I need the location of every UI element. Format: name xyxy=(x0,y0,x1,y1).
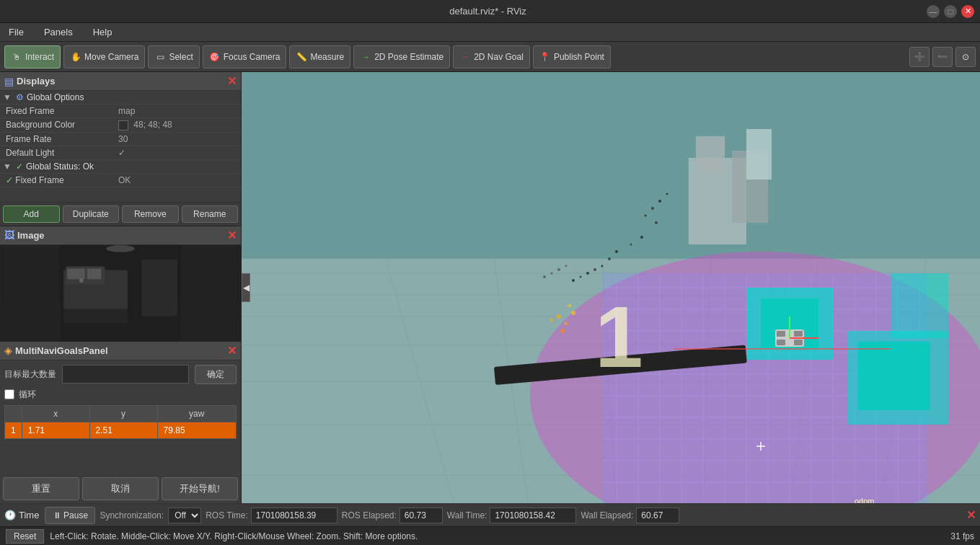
add-button[interactable]: Add xyxy=(3,205,60,223)
rename-button[interactable]: Rename xyxy=(182,205,239,223)
reset-button[interactable]: 重置 xyxy=(3,477,79,500)
image-panel-close[interactable]: ✕ xyxy=(227,229,237,242)
svg-point-87 xyxy=(560,329,565,333)
navi-panel: ◈ MultiNaviGoalsPanel ✕ 目标最大数量 确定 循环 xyxy=(0,341,241,503)
global-status-item[interactable]: ▼ ✓ Global Status: Ok xyxy=(0,160,241,174)
frame-rate-row[interactable]: Frame Rate 30 xyxy=(0,133,241,146)
fit-view-button[interactable]: ⊙ xyxy=(955,47,976,67)
svg-rect-3 xyxy=(181,245,238,341)
svg-point-77 xyxy=(580,276,582,278)
panel-collapse-arrow[interactable]: ◀ xyxy=(242,273,250,302)
default-light-row[interactable]: Default Light ✓ xyxy=(0,146,241,160)
move-camera-icon: ✋ xyxy=(70,51,81,63)
status-reset-button[interactable]: Reset xyxy=(6,529,44,544)
fixed-frame-status-label: ✓ Fixed Frame xyxy=(3,175,118,185)
sync-select[interactable]: Off xyxy=(168,508,201,523)
loop-label: 循环 xyxy=(19,389,36,401)
displays-panel-close[interactable]: ✕ xyxy=(227,74,237,88)
wall-elapsed-value: 60.67 xyxy=(636,508,679,523)
fixed-frame-status-value: OK xyxy=(118,175,238,185)
loop-row: 循环 xyxy=(4,389,237,401)
menu-help[interactable]: Help xyxy=(89,25,117,39)
main-content: ▤ Displays ✕ ▼ ⚙ Global Options Fixed Fr… xyxy=(0,72,980,503)
svg-rect-64 xyxy=(746,129,772,180)
maximize-button[interactable]: □ xyxy=(944,5,957,18)
svg-point-78 xyxy=(572,279,575,282)
window-title: default.rviz* - RViz xyxy=(49,6,927,17)
global-options-item[interactable]: ▼ ⚙ Global Options xyxy=(0,91,241,105)
pose-estimate-button[interactable]: → 2D Pose Estimate xyxy=(353,45,450,68)
fixed-frame-value: map xyxy=(118,106,238,116)
focus-camera-icon: 🎯 xyxy=(209,51,221,63)
pose-estimate-label: 2D Pose Estimate xyxy=(374,52,443,62)
focus-camera-button[interactable]: 🎯 Focus Camera xyxy=(203,45,287,68)
navi-content: 目标最大数量 确定 循环 x xyxy=(0,360,241,474)
navi-panel-close[interactable]: ✕ xyxy=(227,344,237,358)
remove-button[interactable]: Remove xyxy=(122,205,179,223)
fixed-frame-status-check-icon: ✓ xyxy=(6,175,13,185)
displays-panel-icon: ▤ xyxy=(4,76,14,87)
svg-rect-2 xyxy=(3,245,60,341)
svg-point-69 xyxy=(655,221,658,224)
default-light-label: Default Light xyxy=(3,148,118,158)
global-status-expand-icon[interactable]: ▼ xyxy=(3,161,13,172)
3d-view[interactable]: 1 odom map xyxy=(242,72,980,503)
duplicate-button[interactable]: Duplicate xyxy=(63,205,120,223)
start-nav-button[interactable]: 开始导航! xyxy=(162,477,238,500)
move-camera-button[interactable]: ✋ Move Camera xyxy=(63,45,145,68)
zoom-in-button[interactable]: ➕ xyxy=(909,47,930,67)
interact-button[interactable]: 🖱 Interact xyxy=(4,45,61,68)
pause-button[interactable]: ⏸ Pause xyxy=(45,507,95,524)
target-count-label: 目标最大数量 xyxy=(4,368,56,381)
interact-icon: 🖱 xyxy=(11,51,22,63)
svg-rect-62 xyxy=(696,136,725,172)
svg-point-72 xyxy=(615,250,618,253)
table-row[interactable]: 1 1.71 2.51 79.85 xyxy=(5,422,237,438)
background-color-label: Background Color xyxy=(3,120,118,130)
svg-point-88 xyxy=(568,304,572,308)
pose-estimate-icon: → xyxy=(360,51,371,63)
displays-panel-header: ▤ Displays ✕ xyxy=(0,72,241,91)
background-color-swatch xyxy=(118,120,128,130)
global-options-label: Global Options xyxy=(27,92,238,102)
background-color-value: 48; 48; 48 xyxy=(118,120,238,130)
menu-panels[interactable]: Panels xyxy=(40,25,77,39)
col-num-header xyxy=(5,405,22,422)
background-color-row[interactable]: Background Color 48; 48; 48 xyxy=(0,118,241,133)
fixed-frame-row[interactable]: Fixed Frame map xyxy=(0,105,241,118)
fixed-frame-status-row[interactable]: ✓ Fixed Frame OK xyxy=(0,174,241,187)
measure-button[interactable]: 📏 Measure xyxy=(289,45,350,68)
loop-checkbox[interactable] xyxy=(4,389,14,399)
minimize-button[interactable]: — xyxy=(927,5,940,18)
time-bar-close[interactable]: ✕ xyxy=(966,508,976,522)
svg-point-79 xyxy=(565,265,568,267)
cancel-button[interactable]: 取消 xyxy=(82,477,159,500)
svg-point-65 xyxy=(658,200,661,203)
close-button[interactable]: ✕ xyxy=(961,5,974,18)
global-options-expand-icon[interactable]: ▼ xyxy=(3,92,13,102)
target-count-input[interactable] xyxy=(62,365,189,384)
publish-point-icon: 📍 xyxy=(539,51,551,63)
fixed-frame-label: Fixed Frame xyxy=(3,106,118,116)
default-light-value: ✓ xyxy=(118,148,238,158)
image-scene-svg xyxy=(0,245,241,341)
svg-rect-9 xyxy=(63,309,128,323)
interact-label: Interact xyxy=(25,52,54,62)
fps-display: 31 fps xyxy=(950,531,974,541)
svg-point-83 xyxy=(557,314,561,319)
menu-file[interactable]: File xyxy=(4,25,28,39)
measure-icon: 📏 xyxy=(296,51,307,63)
nav-goal-button[interactable]: → 2D Nav Goal xyxy=(453,45,530,68)
publish-point-button[interactable]: 📍 Publish Point xyxy=(533,45,611,68)
svg-point-81 xyxy=(551,272,553,275)
left-panel: ▤ Displays ✕ ▼ ⚙ Global Options Fixed Fr… xyxy=(0,72,242,503)
svg-point-73 xyxy=(608,257,611,260)
image-panel: 🖼 Image ✕ xyxy=(0,226,241,341)
frame-rate-value: 30 xyxy=(118,134,238,144)
image-content xyxy=(0,245,241,341)
zoom-out-button[interactable]: ➖ xyxy=(932,47,953,67)
select-icon: ▭ xyxy=(154,51,166,63)
select-button[interactable]: ▭ Select xyxy=(148,45,199,68)
navi-panel-header: ◈ MultiNaviGoalsPanel ✕ xyxy=(0,342,241,360)
confirm-button[interactable]: 确定 xyxy=(195,365,237,384)
